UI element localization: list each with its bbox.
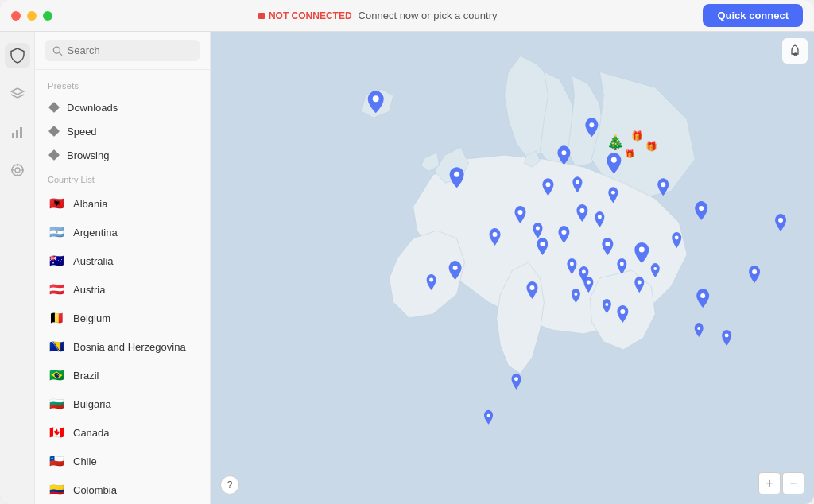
svg-point-48 — [605, 303, 608, 306]
map-help-container: ? — [220, 475, 239, 494]
svg-point-32 — [429, 277, 433, 281]
flag-brazil: 🇧🇷 — [48, 366, 65, 384]
country-item-australia[interactable]: 🇦🇺Australia — [35, 246, 210, 275]
speed-icon — [48, 125, 60, 138]
svg-text:🎁: 🎁 — [625, 149, 635, 159]
country-label-chile: Chile — [73, 456, 97, 467]
svg-rect-1 — [16, 130, 18, 138]
search-input[interactable] — [68, 45, 192, 56]
country-label-belgium: Belgium — [73, 312, 110, 324]
app-window: NOT CONNECTED Connect now or pick a coun… — [0, 0, 814, 504]
svg-text:🎁: 🎁 — [645, 140, 657, 152]
flag-argentina: 🇦🇷 — [48, 223, 65, 241]
map-zoom-controls: + − — [758, 472, 804, 494]
svg-point-17 — [589, 122, 594, 127]
country-item-albania[interactable]: 🇦🇱Albania — [35, 189, 210, 218]
svg-point-27 — [561, 230, 566, 235]
country-label-colombia: Colombia — [73, 484, 117, 496]
map-svg: 🎄 🎁 🎁 🎁 — [211, 32, 814, 504]
search-container — [35, 32, 210, 70]
country-list: 🇦🇱Albania🇦🇷Argentina🇦🇺Australia🇦🇹Austria… — [35, 189, 210, 504]
svg-point-22 — [699, 206, 704, 211]
map-area: 🎄 🎁 🎁 🎁 — [211, 32, 814, 504]
country-item-colombia[interactable]: 🇨🇴Colombia — [35, 475, 210, 504]
svg-point-16 — [373, 95, 379, 102]
svg-point-34 — [582, 269, 586, 273]
sidebar-scroll[interactable]: Presets Downloads Speed — [35, 70, 210, 504]
country-item-bulgaria[interactable]: 🇧🇬Bulgaria — [35, 390, 210, 418]
svg-point-50 — [752, 269, 757, 274]
country-item-argentina[interactable]: 🇦🇷Argentina — [35, 218, 210, 246]
svg-point-19 — [611, 157, 617, 163]
notification-bell-button[interactable] — [782, 38, 808, 64]
svg-point-49 — [725, 333, 729, 337]
svg-point-38 — [700, 293, 705, 298]
svg-point-37 — [620, 309, 625, 314]
svg-point-29 — [540, 242, 545, 246]
svg-point-47 — [574, 293, 577, 296]
svg-point-33 — [529, 285, 534, 290]
svg-text:🎄: 🎄 — [607, 134, 625, 151]
browsing-icon — [48, 149, 60, 161]
svg-point-21 — [661, 182, 665, 187]
nav-icon-crosshair[interactable] — [5, 157, 30, 183]
country-item-canada[interactable]: 🇨🇦Canada — [35, 418, 210, 447]
nav-icon-layers[interactable] — [5, 81, 30, 107]
svg-point-4 — [15, 168, 20, 173]
svg-point-43 — [570, 262, 574, 266]
country-label-austria: Austria — [73, 284, 105, 296]
svg-text:🎁: 🎁 — [631, 130, 643, 142]
svg-point-3 — [12, 165, 23, 176]
flag-chile: 🇨🇱 — [48, 452, 65, 470]
country-label-bulgaria: Bulgaria — [73, 398, 111, 410]
svg-point-46 — [653, 267, 657, 270]
country-item-belgium[interactable]: 🇧🇪Belgium — [35, 304, 210, 332]
zoom-in-button[interactable]: + — [758, 472, 781, 494]
flag-belgium: 🇧🇪 — [48, 309, 65, 327]
country-item-brazil[interactable]: 🇧🇷Brazil — [35, 361, 210, 390]
svg-point-23 — [517, 210, 522, 215]
svg-rect-0 — [12, 133, 14, 138]
country-label-albania: Albania — [73, 198, 107, 210]
preset-downloads-label: Downloads — [67, 102, 118, 114]
preset-downloads[interactable]: Downloads — [35, 95, 210, 119]
svg-point-25 — [579, 208, 584, 213]
nav-icon-stats[interactable] — [5, 119, 30, 145]
zoom-out-button[interactable]: − — [782, 472, 804, 494]
status-dot — [258, 13, 265, 19]
svg-point-51 — [778, 218, 783, 223]
connection-status: NOT CONNECTED — [258, 10, 352, 21]
country-item-bosnia[interactable]: 🇧🇦Bosnia and Herzegovina — [35, 332, 210, 361]
quick-connect-button[interactable]: Quick connect — [703, 4, 803, 27]
titlebar-status-text: Connect now or pick a country — [359, 10, 498, 21]
country-label-bosnia: Bosnia and Herzegovina — [73, 341, 186, 353]
close-button[interactable] — [11, 11, 21, 21]
maximize-button[interactable] — [43, 11, 52, 21]
search-icon — [52, 45, 63, 56]
minimize-button[interactable] — [27, 11, 37, 21]
nav-icon-shield[interactable] — [5, 43, 30, 68]
titlebar: NOT CONNECTED Connect now or pick a coun… — [0, 0, 814, 32]
preset-speed-label: Speed — [67, 126, 97, 138]
country-item-austria[interactable]: 🇦🇹Austria — [35, 275, 210, 304]
country-label-canada: Canada — [73, 427, 110, 439]
sidebar-main: Presets Downloads Speed — [35, 32, 210, 504]
svg-point-45 — [620, 262, 624, 266]
flag-australia: 🇦🇺 — [48, 252, 65, 269]
preset-speed[interactable]: Speed — [35, 119, 210, 143]
help-button[interactable]: ? — [220, 475, 239, 494]
flag-bulgaria: 🇧🇬 — [48, 395, 65, 413]
downloads-icon — [48, 101, 60, 114]
search-box[interactable] — [45, 40, 200, 61]
svg-point-44 — [587, 280, 591, 284]
main-content: Presets Downloads Speed — [0, 32, 814, 504]
sidebar: Presets Downloads Speed — [0, 32, 211, 504]
preset-browsing[interactable]: Browsing — [35, 143, 210, 167]
flag-albania: 🇦🇱 — [48, 195, 65, 212]
titlebar-center: NOT CONNECTED Connect now or pick a coun… — [59, 10, 696, 21]
country-item-chile[interactable]: 🇨🇱Chile — [35, 447, 210, 475]
svg-point-35 — [639, 247, 645, 253]
country-label-brazil: Brazil — [73, 370, 99, 382]
svg-point-20 — [545, 182, 550, 187]
country-list-label: Country List — [35, 167, 210, 189]
